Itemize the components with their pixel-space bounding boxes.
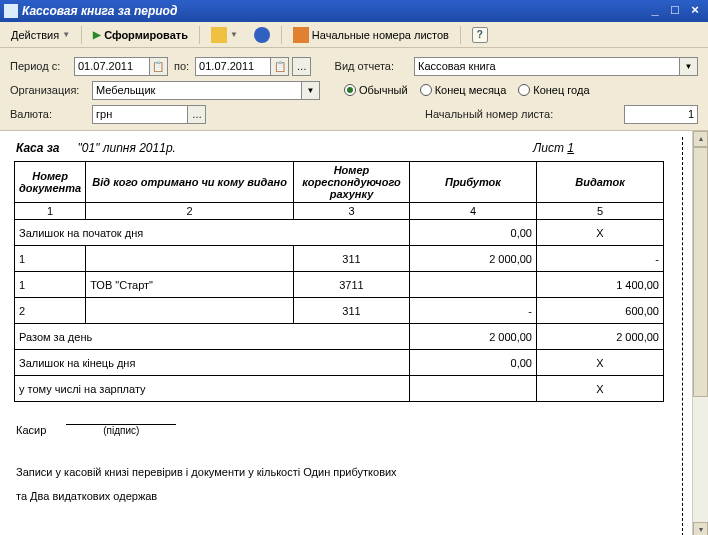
currency-ellipsis-button[interactable]: … bbox=[187, 105, 206, 124]
titlebar: Кассовая книга за период _ □ × bbox=[0, 0, 708, 22]
colnum-5: 5 bbox=[537, 203, 664, 220]
report-header: Каса за "01" липня 2011р. Лист 1 bbox=[14, 137, 694, 161]
separator bbox=[281, 26, 282, 44]
report-type-dropdown-button[interactable]: ▼ bbox=[679, 57, 698, 76]
cashier-label: Касир bbox=[16, 424, 46, 436]
maximize-button[interactable]: □ bbox=[666, 3, 684, 19]
chevron-down-icon: ▼ bbox=[62, 30, 70, 39]
table-row: 13112 000,00- bbox=[15, 246, 664, 272]
org-label: Организация: bbox=[10, 84, 88, 96]
col-doc-header: Номер документа bbox=[15, 162, 86, 203]
minimize-button[interactable]: _ bbox=[646, 3, 664, 19]
expense-cell: X bbox=[537, 350, 664, 376]
col-inc-header: Прибуток bbox=[409, 162, 536, 203]
params-panel: Период с: 📋 по: 📋 … Вид отчета: ▼ Органи… bbox=[0, 48, 708, 131]
report-date: "01" липня 2011р. bbox=[78, 141, 176, 155]
window-title: Кассовая книга за период bbox=[22, 4, 646, 18]
radio-year-end[interactable]: Конец года bbox=[518, 84, 589, 96]
sheets-icon bbox=[293, 27, 309, 43]
doc-cell: 1 bbox=[15, 246, 86, 272]
tool-button-1[interactable]: ▼ bbox=[204, 24, 245, 46]
page-cut-line bbox=[682, 137, 683, 535]
radio-usual-label: Обычный bbox=[359, 84, 408, 96]
sheet-label: Лист bbox=[533, 141, 564, 155]
date-from-wrap: 📋 bbox=[74, 57, 168, 76]
help-button[interactable]: ? bbox=[465, 24, 495, 46]
date-to-input[interactable] bbox=[195, 57, 271, 76]
who-cell: ТОВ "Старт" bbox=[86, 272, 294, 298]
report-type-label: Вид отчета: bbox=[335, 60, 410, 72]
vertical-scrollbar[interactable]: ▴ ▾ bbox=[692, 131, 708, 535]
date-to-wrap: 📋 bbox=[195, 57, 289, 76]
currency-label: Валюта: bbox=[10, 108, 88, 120]
separator bbox=[199, 26, 200, 44]
income-cell: - bbox=[409, 298, 536, 324]
income-cell: 0,00 bbox=[409, 350, 536, 376]
date-from-calendar-button[interactable]: 📋 bbox=[149, 57, 168, 76]
org-dropdown-button[interactable]: ▼ bbox=[301, 81, 320, 100]
form-button[interactable]: ▶ Сформировать bbox=[86, 26, 195, 44]
radio-dot-icon bbox=[344, 84, 356, 96]
records-line-2: та Два видаткових одержав bbox=[16, 490, 692, 502]
doc-cell: 1 bbox=[15, 272, 86, 298]
kasa-za-label: Каса за bbox=[16, 141, 60, 155]
table-row: 1ТОВ "Старт"37111 400,00 bbox=[15, 272, 664, 298]
start-sheet-label: Начальный номер листа: bbox=[425, 108, 553, 120]
radio-usual[interactable]: Обычный bbox=[344, 84, 408, 96]
play-icon: ▶ bbox=[93, 29, 101, 40]
tool-button-2[interactable] bbox=[247, 24, 277, 46]
table-row: Залишок на початок дня0,00X bbox=[15, 220, 664, 246]
row-label: Залишок на кінець дня bbox=[15, 350, 410, 376]
period-mode-group: Обычный Конец месяца Конец года bbox=[344, 84, 590, 96]
expense-cell: 1 400,00 bbox=[537, 272, 664, 298]
help-icon: ? bbox=[472, 27, 488, 43]
cashier-row: Касир (підпис) bbox=[16, 424, 692, 436]
date-from-input[interactable] bbox=[74, 57, 150, 76]
account-cell: 311 bbox=[294, 298, 410, 324]
scroll-down-button[interactable]: ▾ bbox=[693, 522, 708, 535]
radio-month-end[interactable]: Конец месяца bbox=[420, 84, 507, 96]
col-who-header: Від кого отримано чи кому видано bbox=[86, 162, 294, 203]
actions-menu[interactable]: Действия ▼ bbox=[4, 26, 77, 44]
row-label: у тому числі на зарплату bbox=[15, 376, 410, 402]
period-ellipsis-button[interactable]: … bbox=[292, 57, 310, 76]
account-cell: 3711 bbox=[294, 272, 410, 298]
sheet-number: 1 bbox=[567, 141, 574, 155]
row-label: Залишок на початок дня bbox=[15, 220, 410, 246]
window-buttons: _ □ × bbox=[646, 3, 704, 19]
toolbar: Действия ▼ ▶ Сформировать ▼ Начальные но… bbox=[0, 22, 708, 48]
who-cell bbox=[86, 246, 294, 272]
report-type-select[interactable] bbox=[414, 57, 680, 76]
scroll-up-button[interactable]: ▴ bbox=[693, 131, 708, 147]
scroll-track[interactable] bbox=[693, 147, 708, 522]
form-label: Сформировать bbox=[104, 29, 188, 41]
expense-cell: X bbox=[537, 376, 664, 402]
separator bbox=[81, 26, 82, 44]
chevron-down-icon: ▼ bbox=[230, 30, 238, 39]
separator bbox=[460, 26, 461, 44]
col-exp-header: Видаток bbox=[537, 162, 664, 203]
sheets-button[interactable]: Начальные номера листов bbox=[286, 24, 456, 46]
report-footer: Касир (підпис) Записи у касовій книзі пе… bbox=[14, 402, 694, 524]
org-input[interactable] bbox=[92, 81, 302, 100]
header-row: Номер документа Від кого отримано чи ком… bbox=[15, 162, 664, 203]
income-cell: 0,00 bbox=[409, 220, 536, 246]
date-to-calendar-button[interactable]: 📋 bbox=[270, 57, 289, 76]
sheet-label-wrap: Лист 1 bbox=[533, 141, 574, 155]
expense-cell: 600,00 bbox=[537, 298, 664, 324]
radio-dot-icon bbox=[518, 84, 530, 96]
table-row: 2311-600,00 bbox=[15, 298, 664, 324]
report-area: Каса за "01" липня 2011р. Лист 1 Номер д… bbox=[0, 131, 708, 535]
table-row: Разом за день2 000,002 000,00 bbox=[15, 324, 664, 350]
expense-cell: - bbox=[537, 246, 664, 272]
actions-label: Действия bbox=[11, 29, 59, 41]
account-cell: 311 bbox=[294, 246, 410, 272]
currency-input[interactable] bbox=[92, 105, 188, 124]
number-row: 1 2 3 4 5 bbox=[15, 203, 664, 220]
expense-cell: X bbox=[537, 220, 664, 246]
start-sheet-input[interactable] bbox=[624, 105, 698, 124]
period-to-label: по: bbox=[174, 60, 189, 72]
signature-caption: (підпис) bbox=[66, 425, 176, 436]
close-button[interactable]: × bbox=[686, 3, 704, 19]
scroll-thumb[interactable] bbox=[693, 147, 708, 397]
